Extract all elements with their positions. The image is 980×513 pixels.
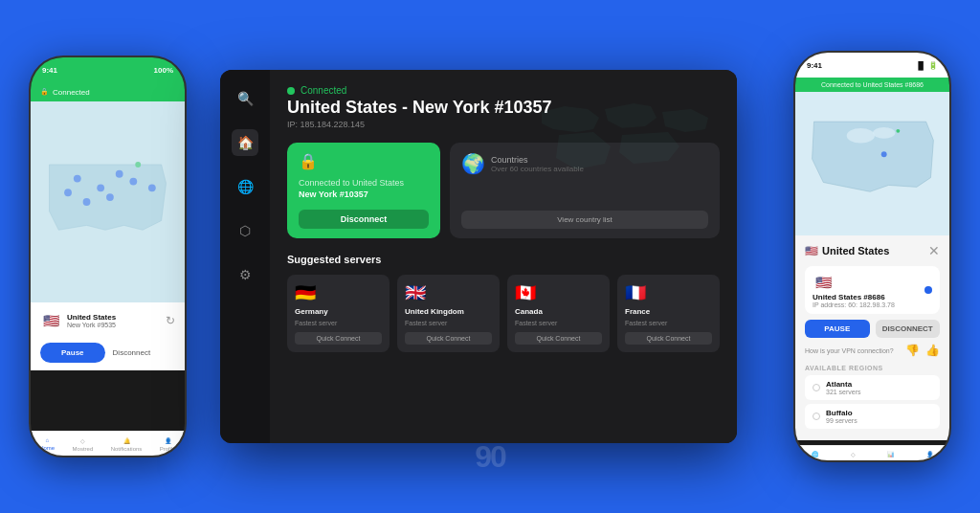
atlanta-name: Atlanta xyxy=(826,380,861,389)
uk-name: United Kingdom xyxy=(405,307,464,316)
sidebar-hex-icon[interactable]: ⬡ xyxy=(232,217,258,244)
desktop-connect-card: 🔒 Connected to United States New York #1… xyxy=(287,143,440,238)
uk-quick-connect[interactable]: Quick Connect xyxy=(405,332,492,345)
right-thumbs[interactable]: 👎 👍 xyxy=(905,344,940,357)
desktop-app: 🔍 🏠 🌐 ⬡ ⚙ Connected United States - New … xyxy=(220,70,737,443)
buffalo-count: 99 servers xyxy=(826,417,858,424)
region-buffalo[interactable]: Buffalo 99 servers xyxy=(805,404,940,429)
svg-point-10 xyxy=(847,128,875,144)
canada-quick-connect[interactable]: Quick Connect xyxy=(515,332,602,345)
right-active-indicator xyxy=(924,286,932,294)
uk-subtitle: Fastest server xyxy=(405,320,447,326)
right-feedback-row: How is your VPN connection? 👎 👍 xyxy=(805,344,940,357)
svg-point-12 xyxy=(881,151,887,157)
watermark: 90 xyxy=(475,439,505,475)
right-nav-star[interactable]: ◇ xyxy=(851,451,856,457)
desktop-main-content: Connected United States - New York #1035… xyxy=(270,70,737,443)
right-pause-button[interactable]: PAUSE xyxy=(805,320,870,338)
right-server-name: United States #8686 xyxy=(813,293,895,301)
server-card-uk: 🇬🇧 United Kingdom Fastest server Quick C… xyxy=(397,275,500,352)
svg-point-8 xyxy=(135,162,141,167)
left-time: 9:41 xyxy=(42,66,57,75)
left-server-name: New York #9535 xyxy=(67,322,116,328)
svg-point-6 xyxy=(148,184,156,191)
germany-flag-icon: 🇩🇪 xyxy=(295,282,316,303)
right-nav-profile[interactable]: 👤 xyxy=(926,451,933,457)
sidebar-home-icon[interactable]: 🏠 xyxy=(232,129,258,156)
left-disconnect-button[interactable]: Disconnect xyxy=(113,348,151,357)
right-buttons-row: PAUSE DISCONNECT xyxy=(805,320,940,338)
right-disconnect-button[interactable]: DISCONNECT xyxy=(876,320,941,338)
right-feedback-text: How is your VPN connection? xyxy=(805,347,894,354)
right-server-ip: IP address: 60: 182.98.3.78 xyxy=(813,301,895,308)
left-nav-mostred[interactable]: ◇ Mostred xyxy=(73,437,94,452)
refresh-icon[interactable]: ↻ xyxy=(166,314,175,327)
right-time: 9:41 xyxy=(807,61,822,70)
globe-icon: 🌍 xyxy=(461,152,485,175)
desktop-sidebar: 🔍 🏠 🌐 ⬡ ⚙ xyxy=(220,70,270,443)
desktop-card-server: New York #10357 xyxy=(299,190,429,199)
svg-point-2 xyxy=(116,170,123,178)
thumbs-up-icon[interactable]: 👍 xyxy=(925,344,940,357)
germany-name: Germany xyxy=(295,307,328,316)
right-content: 🇺🇸 United States ✕ 🇺🇸 United States #868… xyxy=(795,235,949,440)
left-nav-notif-label: Notifications xyxy=(111,446,143,452)
right-server-flag: 🇺🇸 xyxy=(813,272,834,293)
france-subtitle: Fastest server xyxy=(625,320,667,326)
phone-left: 9:41 100% Connected 🇺🇸 United States New… xyxy=(29,56,187,457)
right-active-server: 🇺🇸 United States #8686 IP address: 60: 1… xyxy=(805,266,940,314)
right-battery-icons: ▐▌ 🔋 xyxy=(915,61,938,70)
left-btn-area: Pause Disconnect xyxy=(31,339,185,370)
sidebar-search-icon[interactable]: 🔍 xyxy=(232,85,258,112)
svg-point-5 xyxy=(83,198,91,206)
right-nav-globe[interactable]: 🌐 xyxy=(812,451,818,457)
thumbs-down-icon[interactable]: 👎 xyxy=(905,344,920,357)
canada-flag-icon: 🇨🇦 xyxy=(515,282,536,303)
sidebar-settings-icon[interactable]: ⚙ xyxy=(232,261,258,288)
right-close-button[interactable]: ✕ xyxy=(928,243,940,258)
atlanta-count: 321 servers xyxy=(826,389,861,395)
region-atlanta[interactable]: Atlanta 321 servers xyxy=(805,375,940,400)
svg-point-4 xyxy=(106,193,114,201)
desktop-lock-row: 🔒 xyxy=(299,152,429,170)
buffalo-radio xyxy=(813,413,820,420)
svg-point-13 xyxy=(896,129,900,133)
left-nav-home[interactable]: ⌂ Home xyxy=(39,437,55,452)
desktop-connected-label: Connected xyxy=(301,85,346,96)
lock-icon: 🔒 xyxy=(299,152,318,170)
sidebar-globe-icon[interactable]: 🌐 xyxy=(232,173,258,200)
left-map xyxy=(31,101,185,302)
right-country-header: 🇺🇸 United States ✕ xyxy=(805,243,940,258)
left-status-bar: 9:41 100% xyxy=(31,57,185,82)
right-map xyxy=(795,92,949,235)
server-card-germany: 🇩🇪 Germany Fastest server Quick Connect xyxy=(287,275,390,352)
server-card-france: 🇫🇷 France Fastest server Quick Connect xyxy=(617,275,720,352)
right-country-title: 🇺🇸 United States xyxy=(805,245,889,257)
left-bottom-nav: ⌂ Home ◇ Mostred 🔔 Notifications 👤 Profi… xyxy=(31,431,185,456)
france-flag-icon: 🇫🇷 xyxy=(625,282,646,303)
left-nav-notifications[interactable]: 🔔 Notifications xyxy=(111,437,143,452)
left-connected-bar: Connected xyxy=(31,82,185,101)
left-country-name: United States xyxy=(67,313,116,322)
right-flag-icon: 🇺🇸 xyxy=(805,245,818,257)
phone-right: 9:41 ▐▌ 🔋 Connected to United States #86… xyxy=(793,51,951,462)
desktop-map-bg xyxy=(507,70,737,223)
desktop-servers-grid: 🇩🇪 Germany Fastest server Quick Connect … xyxy=(287,275,720,352)
france-quick-connect[interactable]: Quick Connect xyxy=(625,332,712,345)
france-name: France xyxy=(625,307,650,316)
svg-point-0 xyxy=(74,175,81,183)
germany-subtitle: Fastest server xyxy=(295,320,337,326)
uk-flag-icon: 🇬🇧 xyxy=(405,282,426,303)
canada-subtitle: Fastest server xyxy=(515,320,557,326)
left-nav-profile[interactable]: 👤 Profile xyxy=(160,437,176,452)
atlanta-radio xyxy=(813,384,820,391)
desktop-connected-dot xyxy=(287,87,295,95)
right-bottom-nav: 🌐 ◇ 📊 👤 xyxy=(795,445,949,460)
desktop-disconnect-button[interactable]: Disconnect xyxy=(299,210,429,229)
desktop-card-title: Connected to United States xyxy=(299,178,429,188)
germany-quick-connect[interactable]: Quick Connect xyxy=(295,332,382,345)
right-nav-stats[interactable]: 📊 xyxy=(887,451,894,457)
left-pause-button[interactable]: Pause xyxy=(40,343,105,363)
left-nav-mostred-label: Mostred xyxy=(73,446,94,452)
server-card-canada: 🇨🇦 Canada Fastest server Quick Connect xyxy=(507,275,610,352)
